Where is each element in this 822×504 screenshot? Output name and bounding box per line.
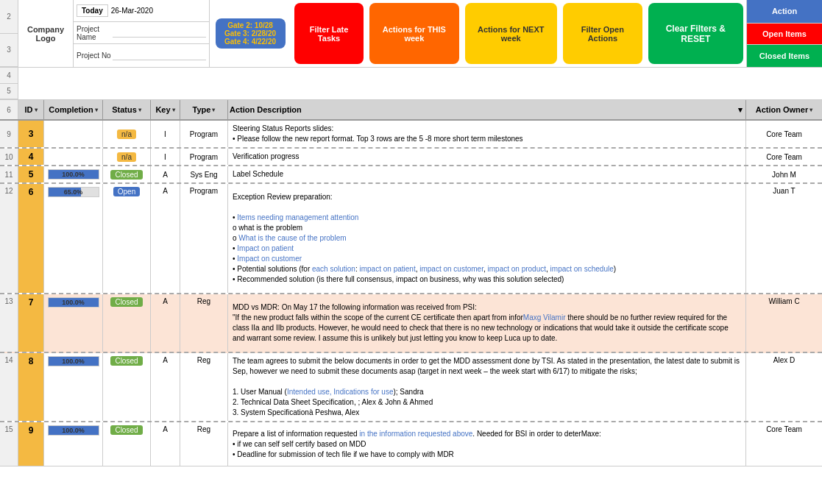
- table-row: 14 8 100.0% Closed A Reg The team agrees…: [0, 353, 822, 422]
- open-items-button[interactable]: Open Items: [747, 24, 822, 46]
- filter-late-tasks-button[interactable]: Filter Late Tasks: [294, 3, 364, 64]
- cell-owner-8: Alex D: [746, 353, 822, 421]
- cell-type-6: Program: [180, 184, 228, 293]
- cell-completion-3: [44, 121, 103, 147]
- cell-type-7: Reg: [180, 294, 228, 352]
- gate-box: Gate 2: 10/28 Gate 3: 2/28/20 Gate 4: 4/…: [216, 18, 286, 49]
- row-num-4: 4: [0, 68, 18, 84]
- empty-rows-4-5: 4 5: [0, 68, 822, 100]
- closed-items-button[interactable]: Closed Items: [747, 45, 822, 67]
- cell-owner-9: Core Team: [746, 422, 822, 466]
- cell-key-7: A: [151, 294, 180, 352]
- table-row: 9 3 n/a I Program Steering Status Report…: [0, 121, 822, 149]
- column-headers: 6 ID▾ Completion▾ Status▾ Key▾ Type▾ Act…: [0, 100, 822, 121]
- spreadsheet-container: { "header": { "today_label": "Today", "t…: [0, 0, 822, 504]
- row-num-13: 13: [0, 294, 18, 352]
- cell-type-3: Program: [180, 121, 228, 147]
- right-actions-panel: Action Open Items Closed Items: [746, 0, 822, 67]
- table-row: 15 9 100.0% Closed A Reg Prepare a list …: [0, 422, 822, 466]
- cell-action-4: Verification progress: [228, 149, 746, 165]
- cell-completion-6: 65.0%: [44, 184, 103, 293]
- row-num-3: 3: [0, 34, 18, 68]
- col-type-header[interactable]: Type▾: [180, 100, 228, 119]
- project-name-input[interactable]: [113, 29, 206, 38]
- actions-this-week-button[interactable]: Actions for THIS week: [369, 3, 458, 64]
- cell-key-5: A: [151, 166, 180, 182]
- table-row: 11 5 100.0% Closed A Sys Eng Label Sched…: [0, 166, 822, 184]
- cell-id-3: 3: [18, 121, 44, 147]
- table-row: 10 4 n/a I Program Verification progress…: [0, 149, 822, 166]
- cell-id-7: 7: [18, 294, 44, 352]
- row-num-12: 12: [0, 184, 18, 293]
- cell-action-3: Steering Status Reports slides: • Please…: [228, 121, 746, 147]
- table-row: 13 7 100.0% Closed A Reg MDD vs MDR: On …: [0, 294, 822, 353]
- cell-id-4: 4: [18, 149, 44, 165]
- cell-completion-7: 100.0%: [44, 294, 103, 352]
- col-key-header[interactable]: Key▾: [151, 100, 180, 119]
- cell-completion-8: 100.0%: [44, 353, 103, 421]
- date-info-box: Today 26-Mar-2020 Project Name Project N…: [74, 0, 210, 67]
- cell-id-6: 6: [18, 184, 44, 293]
- row-num-15: 15: [0, 422, 18, 466]
- row-num-11: 11: [0, 166, 18, 182]
- col-owner-header[interactable]: Action Owner▾: [746, 100, 822, 119]
- cell-status-9: Closed: [103, 422, 151, 466]
- cell-owner-4: Core Team: [746, 149, 822, 165]
- cell-owner-3: Core Team: [746, 121, 822, 147]
- row-num-10: 10: [0, 149, 18, 165]
- gate2-label: Gate 2: 10/28: [227, 21, 273, 29]
- cell-status-5: Closed: [103, 166, 151, 182]
- cell-type-8: Reg: [180, 353, 228, 421]
- cell-action-5: Label Schedule: [228, 166, 746, 182]
- col-status-header[interactable]: Status▾: [103, 100, 151, 119]
- cell-key-3: I: [151, 121, 180, 147]
- row-num-5: 5: [0, 84, 18, 100]
- cell-owner-7: William C: [746, 294, 822, 352]
- row-num-2: 2: [0, 0, 18, 34]
- cell-completion-9: 100.0%: [44, 422, 103, 466]
- cell-owner-5: John M: [746, 166, 822, 182]
- action-buttons-area: Filter Late Tasks Actions for THIS week …: [291, 0, 746, 67]
- project-name-label: Project Name: [77, 25, 113, 41]
- table-row: 12 6 65.0% Open A Program Exception Revi…: [0, 184, 822, 294]
- cell-owner-6: Juan T: [746, 184, 822, 293]
- cell-key-8: A: [151, 353, 180, 421]
- gate4-label: Gate 4: 4/22/20: [224, 38, 276, 46]
- cell-key-9: A: [151, 422, 180, 466]
- cell-status-4: n/a: [103, 149, 151, 165]
- row-num-14: 14: [0, 353, 18, 421]
- row-num-6: 6: [0, 100, 18, 119]
- today-label: Today: [77, 4, 108, 17]
- cell-action-9: Prepare a list of information requested …: [228, 422, 746, 466]
- action-label: Action: [747, 0, 822, 24]
- cell-id-5: 5: [18, 166, 44, 182]
- cell-status-7: Closed: [103, 294, 151, 352]
- project-no-input[interactable]: [113, 52, 206, 60]
- action-desc-filter[interactable]: ▾: [738, 105, 743, 115]
- project-no-label: Project No: [77, 52, 113, 60]
- cell-status-6: Open: [103, 184, 151, 293]
- cell-type-9: Reg: [180, 422, 228, 466]
- cell-status-3: n/a: [103, 121, 151, 147]
- cell-completion-4: [44, 149, 103, 165]
- cell-action-7: MDD vs MDR: On May 17 the following info…: [228, 294, 746, 352]
- cell-key-4: I: [151, 149, 180, 165]
- data-area: 9 3 n/a I Program Steering Status Report…: [0, 121, 822, 504]
- cell-action-8: The team agrees to submit the below docu…: [228, 353, 746, 421]
- today-date: 26-Mar-2020: [111, 7, 153, 15]
- cell-id-9: 9: [18, 422, 44, 466]
- filter-open-actions-button[interactable]: Filter Open Actions: [563, 3, 642, 64]
- row-num-9: 9: [0, 121, 18, 147]
- col-completion-header[interactable]: Completion▾: [44, 100, 103, 119]
- cell-action-6: Exception Review preparation: • Items ne…: [228, 184, 746, 293]
- gate3-label: Gate 3: 2/28/20: [224, 29, 276, 38]
- col-id-header[interactable]: ID▾: [18, 100, 44, 119]
- cell-status-8: Closed: [103, 353, 151, 421]
- col-action-desc-header: Action Description ▾: [228, 100, 746, 119]
- cell-id-8: 8: [18, 353, 44, 421]
- cell-key-6: A: [151, 184, 180, 293]
- cell-type-5: Sys Eng: [180, 166, 228, 182]
- actions-next-week-button[interactable]: Actions for NEXT week: [465, 3, 557, 64]
- company-logo: Company Logo: [18, 0, 74, 67]
- clear-filters-button[interactable]: Clear Filters & RESET: [648, 3, 743, 64]
